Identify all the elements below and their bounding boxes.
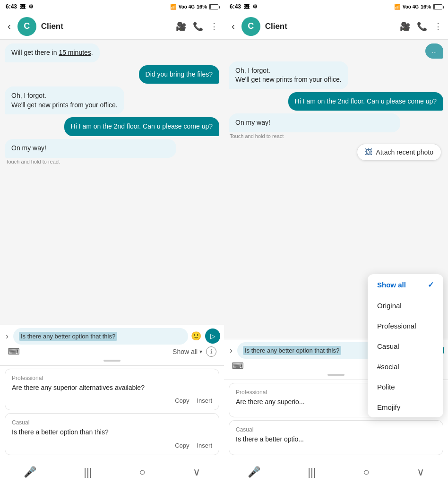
dropdown-item-social[interactable]: #social bbox=[368, 356, 443, 377]
phone-icon-right[interactable]: 📞 bbox=[417, 21, 427, 32]
back-button-left[interactable]: ‹ bbox=[6, 19, 13, 34]
insert-button-1-left[interactable]: Insert bbox=[197, 397, 212, 404]
touch-hold-label-left: Touch and hold to react bbox=[6, 159, 219, 164]
dropdown-item-emojify[interactable]: Emojify bbox=[368, 397, 443, 417]
bottom-nav-right: 🎤 ||| ○ ∨ bbox=[224, 462, 448, 484]
suggestion-text-1-left: Are there any superior alternatives avai… bbox=[12, 383, 212, 393]
dropdown-item-casual[interactable]: Casual bbox=[368, 336, 443, 356]
photo-status-icon: 🖼 bbox=[20, 3, 26, 10]
input-actions-left: 🙂 ▷ bbox=[191, 328, 220, 344]
avatar-right: C bbox=[241, 17, 260, 36]
phone-icon-left[interactable]: 📞 bbox=[193, 21, 203, 32]
insert-button-2-left[interactable]: Insert bbox=[197, 442, 212, 449]
emoji-icon-left[interactable]: 🙂 bbox=[191, 331, 201, 341]
battery-right: 16% bbox=[421, 4, 431, 9]
attach-photo-icon: 🖼 bbox=[365, 148, 372, 156]
back-button-right[interactable]: ‹ bbox=[230, 19, 237, 34]
photo-status-icon-right: 🖼 bbox=[244, 3, 250, 10]
header-left: ‹ C Client 🎥 📞 ⋮ bbox=[0, 13, 224, 40]
input-area-left: › Is there any better option that this? … bbox=[0, 325, 224, 365]
handle-bar-left bbox=[103, 360, 121, 362]
show-all-label-left: Show all bbox=[172, 348, 198, 355]
suggestion-label-2-left: Casual bbox=[12, 419, 212, 426]
message-5-container: On my way! Touch and hold to react bbox=[5, 139, 219, 164]
suggestion-text-2-left: Is there a better option than this? bbox=[12, 428, 212, 437]
more-options-icon-right[interactable]: ⋮ bbox=[434, 21, 442, 32]
suggestion-card-casual-right: Casual Is there a better optio... bbox=[229, 420, 443, 455]
back-chevron-right[interactable]: ∨ bbox=[417, 466, 424, 478]
selected-text-left: Is there any better option that this? bbox=[19, 332, 117, 341]
message-4: Hi I am on the 2nd floor. Can u please c… bbox=[64, 117, 219, 136]
attach-photo-label: Attach recent photo bbox=[376, 148, 433, 156]
avatar-left: C bbox=[17, 17, 36, 36]
more-options-icon-left[interactable]: ⋮ bbox=[210, 21, 218, 32]
battery-icon-right bbox=[433, 4, 442, 9]
wifi-icon-right: 📶 bbox=[394, 4, 401, 10]
home-circle-right[interactable]: ○ bbox=[363, 466, 369, 478]
show-all-chevron-left: ▾ bbox=[199, 348, 202, 355]
settings-status-icon: ⚙ bbox=[28, 3, 34, 10]
message-partial-right: ... bbox=[425, 43, 443, 59]
header-right: ‹ C Client 🎥 📞 ⋮ bbox=[224, 13, 448, 40]
message-r1: Oh, I forgot.We'll get new prints from y… bbox=[229, 61, 348, 89]
tone-dropdown: Show all ✓ Original Professional Casual … bbox=[368, 274, 443, 417]
mic-icon-right[interactable]: 🎤 bbox=[248, 466, 260, 478]
bottom-nav-left: 🎤 ||| ○ ∨ bbox=[0, 462, 224, 484]
message-1: Will get there in 15 minutes. bbox=[5, 43, 100, 62]
send-button-left[interactable]: ▷ bbox=[205, 328, 220, 344]
battery-left: 16% bbox=[197, 4, 207, 9]
video-call-icon-right[interactable]: 🎥 bbox=[400, 21, 410, 32]
suggestion-card-professional-left: Professional Are there any superior alte… bbox=[5, 369, 219, 411]
expand-icon-left[interactable]: › bbox=[4, 329, 10, 343]
back-chevron-left[interactable]: ∨ bbox=[193, 466, 200, 478]
status-bar-left: 6:43 🖼 ⚙ 📶 Voo 4G 16% bbox=[0, 0, 224, 13]
check-icon-show-all: ✓ bbox=[428, 280, 434, 289]
settings-status-icon-right: ⚙ bbox=[252, 3, 258, 10]
home-indicator-right[interactable]: ||| bbox=[308, 466, 316, 478]
info-icon-left[interactable]: ℹ bbox=[206, 346, 216, 357]
header-actions-left: 🎥 📞 ⋮ bbox=[176, 21, 218, 32]
copy-button-1-left[interactable]: Copy bbox=[175, 397, 189, 404]
message-r2: Hi I am on the 2nd floor. Can u please c… bbox=[288, 92, 443, 111]
home-circle-left[interactable]: ○ bbox=[139, 466, 145, 478]
dropdown-item-professional[interactable]: Professional bbox=[368, 316, 443, 336]
contact-name-right: Client bbox=[265, 22, 395, 31]
attach-recent-photo-button[interactable]: 🖼 Attach recent photo bbox=[357, 144, 441, 161]
contact-name-left: Client bbox=[41, 22, 171, 31]
touch-hold-label-right: Touch and hold to react bbox=[230, 133, 443, 139]
left-screen: 6:43 🖼 ⚙ 📶 Voo 4G 16% ‹ C Client 🎥 📞 ⋮ W… bbox=[0, 0, 224, 484]
suggestion-label-1-left: Professional bbox=[12, 375, 212, 381]
suggestion-actions-1-left: Copy Insert bbox=[12, 397, 212, 404]
suggestion-actions-2-left: Copy Insert bbox=[12, 442, 212, 449]
message-input-left[interactable]: Is there any better option that this? bbox=[13, 328, 188, 345]
dropdown-item-original[interactable]: Original bbox=[368, 295, 443, 316]
keyboard-icon-left[interactable]: ⌨ bbox=[8, 346, 20, 357]
message-r3-container: On my way! Touch and hold to react bbox=[229, 113, 443, 139]
messages-area-left: Will get there in 15 minutes. Did you br… bbox=[0, 40, 224, 325]
suggestions-area-left: Professional Are there any superior alte… bbox=[0, 365, 224, 462]
dropdown-item-polite[interactable]: Polite bbox=[368, 377, 443, 397]
signal-icon-right: Voo 4G bbox=[403, 4, 419, 9]
suggestion-card-casual-left: Casual Is there a better option than thi… bbox=[5, 413, 219, 455]
message-2: Did you bring the files? bbox=[139, 65, 219, 84]
keyboard-icon-right[interactable]: ⌨ bbox=[232, 361, 244, 371]
selected-text-right: Is there any better option that this? bbox=[243, 346, 341, 355]
show-all-button-left[interactable]: Show all ▾ bbox=[172, 348, 202, 355]
status-bar-right: 6:43 🖼 ⚙ 📶 Voo 4G 16% bbox=[224, 0, 448, 13]
copy-button-2-left[interactable]: Copy bbox=[175, 442, 189, 449]
handle-bar-right bbox=[327, 374, 345, 376]
mic-icon-left[interactable]: 🎤 bbox=[24, 466, 36, 478]
home-indicator-left[interactable]: ||| bbox=[84, 466, 92, 478]
suggestion-label-2-right: Casual bbox=[236, 426, 436, 433]
dropdown-item-show-all[interactable]: Show all ✓ bbox=[368, 274, 443, 295]
input-row-left: › Is there any better option that this? … bbox=[4, 328, 220, 345]
wifi-icon: 📶 bbox=[170, 4, 177, 10]
message-3: Oh, I forgot.We'll get new prints from y… bbox=[5, 86, 124, 114]
battery-icon-left bbox=[209, 4, 218, 9]
message-5: On my way! bbox=[5, 139, 176, 158]
expand-icon-right[interactable]: › bbox=[228, 344, 234, 357]
video-call-icon-left[interactable]: 🎥 bbox=[176, 21, 186, 32]
signal-icon: Voo 4G bbox=[179, 4, 195, 9]
message-r3: On my way! bbox=[229, 113, 400, 132]
show-all-row-left: ⌨ Show all ▾ ℹ bbox=[4, 345, 220, 358]
